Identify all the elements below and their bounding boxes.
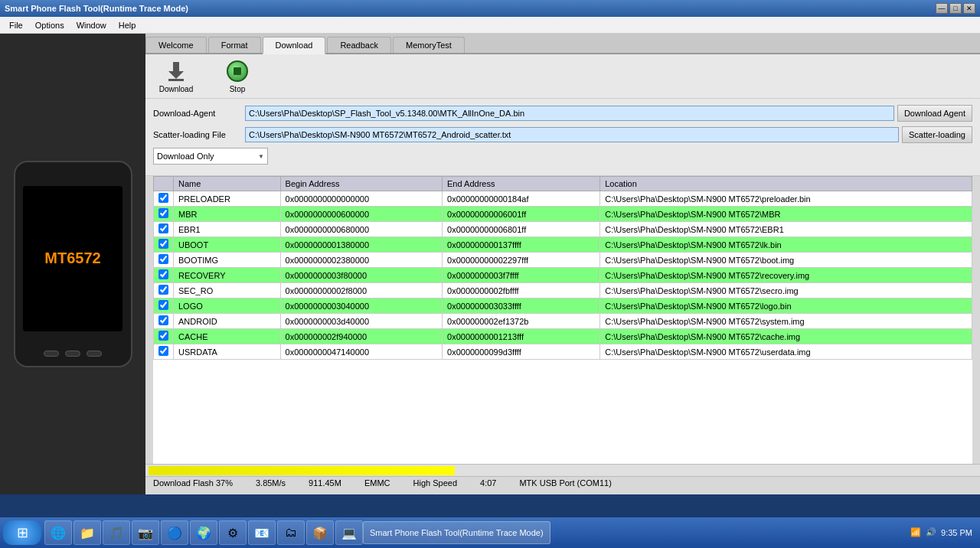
table-row: RECOVERY 0x0000000003f80000 0x0000000003… (154, 268, 972, 283)
taskbar-app-package[interactable]: 📦 (306, 520, 334, 545)
row-location: C:\Users\Pha\Desktop\SM-N900 MT6572\MBR (600, 207, 972, 222)
table-row: CACHE 0x000000002f940000 0x0000000001213… (154, 329, 972, 344)
row-end: 0x000000002ef1372b (443, 314, 600, 329)
window-title: Smart Phone Flash Tool(Runtime Trace Mod… (5, 4, 188, 13)
stop-icon (225, 59, 250, 83)
taskbar-app-settings[interactable]: ⚙ (219, 520, 247, 545)
row-begin: 0x0000000003d40000 (280, 314, 442, 329)
agent-input[interactable] (245, 106, 894, 121)
taskbar-app-media[interactable]: 🎵 (103, 520, 130, 545)
row-checkbox[interactable] (154, 268, 174, 283)
menu-options[interactable]: Options (29, 19, 70, 31)
taskbar-app-files[interactable]: 🗂 (277, 520, 305, 545)
table-row: MBR 0x0000000000600000 0x00000000006001f… (154, 207, 972, 222)
close-button[interactable]: ✕ (963, 3, 975, 14)
status-speed: 3.85M/s (256, 478, 286, 488)
scatter-input[interactable] (245, 127, 899, 142)
svg-rect-0 (173, 62, 179, 71)
agent-label: Download-Agent (153, 109, 245, 118)
phone-model-text: MT6572 (44, 250, 100, 267)
active-window-button[interactable]: Smart Phone Flash Tool(Runtime Trace Mod… (363, 521, 550, 544)
col-end: End Address (443, 177, 600, 191)
speaker-icon: 🔊 (926, 527, 936, 537)
agent-button[interactable]: Download Agent (897, 105, 972, 122)
row-end: 0x00000000002297fff (443, 253, 600, 268)
tab-memorytest[interactable]: MemoryTest (393, 37, 465, 53)
taskbar-app-bluetooth[interactable]: 🔵 (161, 520, 188, 545)
row-checkbox[interactable] (154, 237, 174, 253)
tab-welcome[interactable]: Welcome (145, 37, 207, 53)
row-end: 0x00000000006801ff (443, 222, 600, 237)
tab-bar: Welcome Format Download Readback MemoryT… (145, 34, 980, 54)
row-checkbox[interactable] (154, 314, 174, 329)
row-end: 0x0000000003f7ffff (443, 268, 600, 283)
row-begin: 0x0000000000000000 (280, 191, 442, 207)
tab-format[interactable]: Format (208, 37, 261, 53)
row-checkbox[interactable] (154, 329, 174, 344)
menu-file[interactable]: File (3, 19, 29, 31)
stop-button[interactable]: Stop (214, 59, 260, 93)
phone-btn-back (44, 351, 59, 357)
maximize-button[interactable]: □ (949, 3, 962, 14)
phone-screen: MT6572 (23, 186, 122, 331)
table-row: UBOOT 0x0000000001380000 0x000000000137f… (154, 237, 972, 253)
row-begin: 0x000000002f940000 (280, 329, 442, 344)
status-info: Download Flash 37% 3.85M/s 911.45M EMMC … (145, 477, 980, 489)
row-end: 0x0000000002fbffff (443, 283, 600, 298)
col-begin: Begin Address (280, 177, 442, 191)
taskbar-app-camera[interactable]: 📷 (132, 520, 159, 545)
status-port: MTK USB Port (COM11) (519, 478, 611, 488)
row-location: C:\Users\Pha\Desktop\SM-N900 MT6572\syst… (600, 314, 972, 329)
dropdown-arrow-icon: ▼ (258, 153, 264, 160)
row-begin: 0x00000000002f8000 (280, 283, 442, 298)
row-checkbox[interactable] (154, 283, 174, 298)
row-name: BOOTIMG (174, 253, 281, 268)
table-row: EBR1 0x0000000000680000 0x00000000006801… (154, 222, 972, 237)
mode-dropdown-value: Download Only (157, 152, 214, 161)
taskbar-app-mail[interactable]: 📧 (248, 520, 276, 545)
menu-help[interactable]: Help (113, 19, 142, 31)
download-button[interactable]: Download (153, 59, 199, 93)
taskbar-app-explorer[interactable]: 📁 (74, 520, 101, 545)
row-begin: 0x0000000003f80000 (280, 268, 442, 283)
taskbar-app-ie[interactable]: 🌐 (44, 520, 72, 545)
taskbar: ⊞ 🌐 📁 🎵 📷 🔵 🌍 ⚙ 📧 🗂 📦 💻 Smart Phone Flas… (0, 517, 980, 548)
row-checkbox[interactable] (154, 222, 174, 237)
taskbar-app-browser[interactable]: 🌍 (190, 520, 217, 545)
status-progress-label: Download Flash 37% (153, 478, 233, 488)
table-row: PRELOADER 0x0000000000000000 0x000000000… (154, 191, 972, 207)
form-area: Download-Agent Download Agent Scatter-lo… (145, 99, 980, 176)
windows-logo-icon: ⊞ (17, 524, 28, 541)
titlebar: Smart Phone Flash Tool(Runtime Trace Mod… (0, 0, 980, 17)
row-end: 0x0000000099d3ffff (443, 344, 600, 360)
menu-window[interactable]: Window (70, 19, 113, 31)
window-controls: — □ ✕ (936, 3, 975, 14)
menubar: File Options Window Help (0, 17, 980, 34)
row-checkbox[interactable] (154, 253, 174, 268)
status-mode: High Speed (413, 478, 458, 488)
row-begin: 0x0000000047140000 (280, 344, 442, 360)
row-begin: 0x0000000000600000 (280, 207, 442, 222)
row-name: ANDROID (174, 314, 281, 329)
minimize-button[interactable]: — (936, 3, 948, 14)
tab-download[interactable]: Download (263, 37, 326, 54)
mode-dropdown-wrap: Download Only ▼ (153, 148, 972, 165)
taskbar-app-pc[interactable]: 💻 (335, 520, 363, 545)
row-checkbox[interactable] (154, 298, 174, 314)
row-name: LOGO (174, 298, 281, 314)
scatter-button[interactable]: Scatter-loading (902, 126, 972, 143)
download-label: Download (159, 85, 193, 93)
row-location: C:\Users\Pha\Desktop\SM-N900 MT6572\user… (600, 344, 972, 360)
row-checkbox[interactable] (154, 344, 174, 360)
row-end: 0x00000000000184af (443, 191, 600, 207)
network-icon: 📶 (910, 527, 921, 537)
download-icon (164, 59, 188, 83)
stop-label: Stop (230, 85, 246, 93)
row-checkbox[interactable] (154, 207, 174, 222)
row-checkbox[interactable] (154, 191, 174, 207)
mode-dropdown[interactable]: Download Only ▼ (153, 148, 268, 165)
svg-marker-1 (168, 71, 184, 79)
tab-readback[interactable]: Readback (327, 37, 391, 53)
start-button[interactable]: ⊞ (3, 520, 41, 545)
phone-body: MT6572 (14, 161, 132, 367)
